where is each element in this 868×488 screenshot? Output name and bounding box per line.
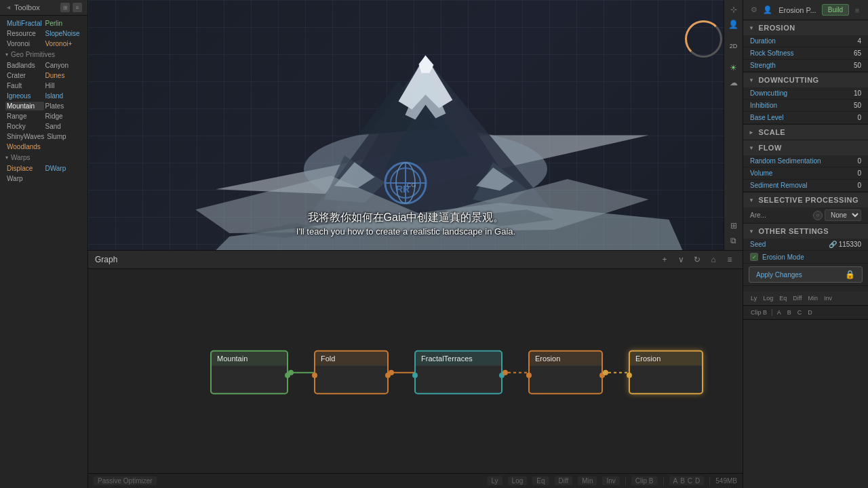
tool-hill[interactable]: Hill (44, 81, 83, 90)
selective-circle-btn[interactable]: ○ (813, 211, 823, 220)
section-warps[interactable]: Warps (0, 152, 87, 163)
tool-fault[interactable]: Fault (5, 81, 44, 90)
tool-ridge[interactable]: Ridge (44, 112, 83, 121)
rp-separator: | (771, 308, 773, 317)
rp-tab-eq[interactable]: Eq (777, 294, 789, 302)
tool-plates[interactable]: Plates (44, 102, 83, 110)
bb-tab-log[interactable]: Log (508, 476, 528, 485)
seed-label: Seed (750, 241, 829, 248)
node-fractal-terraces[interactable]: FractalTerraces (414, 350, 502, 394)
tool-slump[interactable]: Slump (45, 132, 82, 141)
tool-multifractal[interactable]: MultiFractal (5, 19, 44, 28)
bb-tab-ly[interactable]: Ly (487, 476, 502, 485)
node-fold[interactable]: Fold (314, 350, 389, 394)
toolbox-icon-menu[interactable]: ≡ (73, 3, 82, 12)
apply-changes-btn[interactable]: Apply Changes 🔒 (749, 266, 863, 283)
tool-sand[interactable]: Sand (44, 122, 83, 131)
vp-icon-person[interactable]: 👤 (727, 18, 741, 31)
bb-icon-c[interactable]: C (688, 477, 692, 485)
tool-warp[interactable]: Warp (5, 174, 44, 183)
vp-icon-2d[interactable]: 2D (727, 39, 741, 53)
node-mountain[interactable]: Mountain (210, 350, 288, 394)
rp-tab-diff[interactable]: Diff (791, 294, 804, 302)
bb-icon-a[interactable]: A (673, 477, 678, 485)
rp-title: Erosion P... (778, 6, 816, 14)
bb-tab-diff[interactable]: Diff (555, 476, 573, 485)
bb-tab-eq[interactable]: Eq (532, 476, 549, 485)
rp-tab-ly[interactable]: Ly (749, 294, 759, 302)
erosion-mode-checkbox[interactable]: ✓ (750, 253, 758, 261)
tool-crater[interactable]: Crater (5, 71, 44, 80)
tool-range[interactable]: Range (5, 112, 44, 121)
selective-section-header[interactable]: ▼ SELECTIVE PROCESSING (743, 192, 868, 207)
tool-slopenoise[interactable]: SlopeNoise (44, 29, 83, 38)
other-settings-header[interactable]: ▼ OTHER SETTINGS (743, 224, 868, 239)
vp-icon-layers[interactable]: ⧉ (727, 234, 741, 247)
rp-clip-b[interactable]: Clip B (749, 308, 769, 317)
rp-icon-tool[interactable]: ⚙ (749, 5, 760, 16)
seed-chain-icon: 🔗 (829, 241, 837, 248)
bb-passive-optimizer[interactable]: Passive Optimizer (94, 476, 157, 485)
bb-icon-d[interactable]: D (695, 477, 700, 485)
bb-clip-b[interactable]: Clip B (631, 476, 658, 485)
tool-voronoi-plus[interactable]: Voronoi+ (44, 39, 83, 48)
connector-erosion1-erosion2 (603, 371, 629, 373)
rp-tab-min[interactable]: Min (806, 294, 821, 302)
bb-tab-min[interactable]: Min (578, 476, 597, 485)
rp-tab-log[interactable]: Log (761, 294, 775, 302)
graph-home-btn[interactable]: ⌂ (707, 253, 719, 266)
graph-add-btn[interactable]: + (658, 253, 671, 266)
tool-displace[interactable]: Displace (5, 164, 44, 173)
graph-dropdown-btn[interactable]: ∨ (675, 253, 687, 266)
rp-icon-row-b[interactable]: B (785, 308, 793, 317)
vp-icon-cursor[interactable]: ⊹ (727, 3, 741, 16)
tool-dunes[interactable]: Dunes (44, 71, 83, 80)
erosion-section-header[interactable]: ▼ EROSION (743, 20, 868, 35)
graph-refresh-btn[interactable]: ↻ (691, 253, 703, 266)
tool-island[interactable]: Island (44, 92, 83, 100)
rp-clip-row: Clip B | A B C D (743, 306, 868, 320)
rp-icon-row-c[interactable]: C (795, 308, 804, 317)
erosion-strength-value: 50 (841, 62, 861, 69)
tool-voronoi[interactable]: Voronoi (5, 39, 44, 48)
center-area: RR CG 我将教你如何在Gaia中创建逼真的景观。 I'll teach yo… (88, 0, 743, 488)
rp-tab-inv[interactable]: Inv (822, 294, 834, 302)
tool-resource[interactable]: Resource (5, 29, 44, 38)
downcutting-section-header[interactable]: ▼ DOWNCUTTING (743, 73, 868, 87)
tool-row-displace: Displace DWarp (0, 163, 87, 174)
flow-section-header[interactable]: ▼ FLOW (743, 140, 868, 155)
tool-empty (44, 142, 83, 151)
rp-icon-row-a[interactable]: A (775, 308, 783, 317)
tool-badlands[interactable]: Badlands (5, 61, 44, 70)
node-erosion1[interactable]: Erosion (528, 350, 603, 394)
vp-icon-grid[interactable]: ⊞ (727, 219, 741, 232)
selective-are-label: Are... (750, 211, 810, 219)
bb-tab-inv[interactable]: Inv (602, 476, 619, 485)
tool-igneous[interactable]: Igneous (5, 92, 44, 100)
rp-content: ▼ EROSION Duration 4 Rock Softness 65 St… (743, 20, 868, 488)
tool-woodlands[interactable]: Woodlands (5, 142, 44, 151)
rp-icon-person[interactable]: 👤 (762, 5, 773, 16)
tool-shinywaves[interactable]: ShinyWaves (5, 132, 45, 141)
vp-icon-sun[interactable]: ☀ (727, 61, 741, 75)
bb-icon-b[interactable]: B (680, 477, 685, 485)
vp-icon-cloud[interactable]: ☁ (727, 76, 741, 89)
node-erosion2[interactable]: Erosion (629, 350, 703, 394)
tool-dwarp[interactable]: DWarp (44, 164, 83, 173)
tool-canyon[interactable]: Canyon (44, 61, 83, 70)
graph-menu-btn[interactable]: ≡ (724, 253, 736, 266)
section-selective-processing: ▼ SELECTIVE PROCESSING Are... ○ None (743, 192, 868, 224)
selective-none-select[interactable]: None (825, 209, 861, 221)
tool-mountain[interactable]: Mountain (5, 102, 44, 110)
other-collapse-icon: ▼ (749, 228, 754, 235)
toolbox-icon-grid[interactable]: ⊞ (60, 3, 70, 12)
rp-icon-row-d[interactable]: D (806, 308, 814, 317)
tool-row-woodlands: Woodlands (0, 142, 87, 152)
tool-rocky[interactable]: Rocky (5, 122, 44, 131)
tool-perlin[interactable]: Perlin (44, 19, 83, 28)
rp-build-btn[interactable]: Build (822, 4, 849, 16)
downcutting-label: Downcutting (750, 89, 841, 97)
rp-icon-menu[interactable]: ≡ (852, 5, 863, 16)
scale-section-header[interactable]: ► SCALE (743, 125, 868, 140)
section-geo-primitives[interactable]: Geo Primitives (0, 49, 87, 60)
